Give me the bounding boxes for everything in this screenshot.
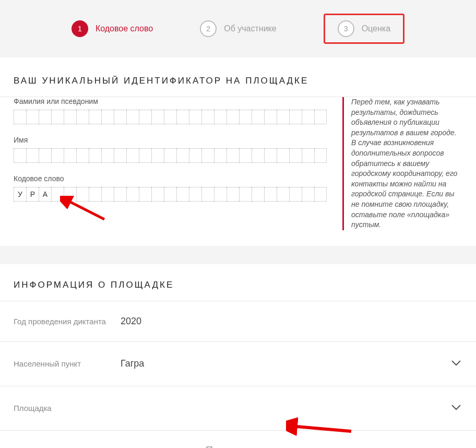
letter-cell[interactable]	[277, 187, 289, 202]
letter-cell[interactable]	[289, 148, 302, 163]
venue-section-title: ИНФОРМАЦИЯ О ПЛОЩАДКЕ	[0, 264, 476, 301]
letter-cell[interactable]	[214, 187, 227, 202]
letter-cell[interactable]	[39, 110, 51, 124]
letter-cell[interactable]	[302, 110, 314, 124]
row-city[interactable]: Населенный пункт Гагра	[0, 341, 476, 386]
letter-cell[interactable]	[302, 187, 314, 202]
letter-cell[interactable]	[264, 148, 277, 163]
step-1-label: Кодовое слово	[96, 24, 153, 33]
row-year: Год проведения диктанта 2020	[0, 301, 476, 341]
row-site[interactable]: Площадка	[0, 386, 476, 430]
step-2-circle: 2	[200, 20, 217, 37]
letter-cell[interactable]: А	[39, 187, 51, 202]
letter-cell[interactable]	[164, 187, 176, 202]
letter-cell[interactable]	[114, 187, 126, 202]
codeword-input[interactable]: УРА	[14, 187, 329, 202]
letter-cell[interactable]	[51, 110, 64, 124]
letter-cell[interactable]	[164, 110, 176, 124]
letter-cell[interactable]	[64, 148, 76, 163]
letter-cell[interactable]: У	[14, 187, 26, 202]
letter-cell[interactable]	[151, 187, 164, 202]
letter-cell[interactable]	[252, 148, 264, 163]
continue-button[interactable]: Продолжить	[206, 444, 270, 448]
letter-cell[interactable]	[277, 148, 289, 163]
letter-cell[interactable]	[189, 187, 201, 202]
letter-cell[interactable]	[139, 110, 151, 124]
letter-cell[interactable]	[114, 148, 126, 163]
letter-cell[interactable]	[139, 187, 151, 202]
letter-cell[interactable]	[76, 148, 89, 163]
letter-cell[interactable]	[252, 110, 264, 124]
letter-cell[interactable]	[214, 110, 227, 124]
letter-cell[interactable]	[89, 110, 101, 124]
gray-spacer	[0, 246, 476, 264]
letter-cell[interactable]	[227, 110, 239, 124]
letter-cell[interactable]	[176, 110, 189, 124]
field-surname: Фамилия или псевдоним	[14, 97, 329, 124]
letter-cell[interactable]	[314, 110, 327, 124]
name-input[interactable]	[14, 148, 329, 163]
step-3-circle: 3	[338, 20, 354, 37]
letter-cell[interactable]	[76, 187, 89, 202]
letter-cell[interactable]	[14, 110, 26, 124]
letter-cell[interactable]	[64, 187, 76, 202]
letter-cell[interactable]	[214, 148, 227, 163]
letter-cell[interactable]	[201, 148, 214, 163]
letter-cell[interactable]	[14, 148, 26, 163]
letter-cell[interactable]	[76, 110, 89, 124]
letter-cell[interactable]	[126, 148, 139, 163]
letter-cell[interactable]	[201, 110, 214, 124]
letter-cell[interactable]	[289, 187, 302, 202]
letter-cell[interactable]	[176, 148, 189, 163]
letter-cell[interactable]	[314, 187, 327, 202]
letter-cell[interactable]	[302, 148, 314, 163]
letter-cell[interactable]	[101, 187, 114, 202]
letter-cell[interactable]	[151, 110, 164, 124]
letter-cell[interactable]	[252, 187, 264, 202]
letter-cell[interactable]: Р	[26, 187, 39, 202]
letter-cell[interactable]	[314, 148, 327, 163]
chevron-down-icon	[447, 401, 462, 416]
letter-cell[interactable]	[264, 187, 277, 202]
step-3-label: Оценка	[362, 24, 390, 33]
step-1-codeword[interactable]: 1 Кодовое слово	[72, 20, 153, 37]
letter-cell[interactable]	[64, 110, 76, 124]
step-1-circle: 1	[72, 20, 88, 37]
codeword-label: Кодовое слово	[14, 174, 329, 183]
letter-cell[interactable]	[126, 110, 139, 124]
letter-cell[interactable]	[277, 110, 289, 124]
continue-row: Продолжить	[0, 430, 476, 448]
letter-cell[interactable]	[189, 148, 201, 163]
letter-cell[interactable]	[51, 187, 64, 202]
letter-cell[interactable]	[239, 148, 252, 163]
letter-cell[interactable]	[239, 187, 252, 202]
letter-cell[interactable]	[26, 110, 39, 124]
city-label: Населенный пункт	[14, 359, 121, 368]
letter-cell[interactable]	[139, 148, 151, 163]
name-label: Имя	[14, 136, 329, 144]
letter-cell[interactable]	[201, 187, 214, 202]
surname-input[interactable]	[14, 110, 329, 124]
letter-cell[interactable]	[39, 148, 51, 163]
step-2-participant[interactable]: 2 Об участнике	[200, 20, 276, 37]
letter-cell[interactable]	[239, 110, 252, 124]
letter-cell[interactable]	[176, 187, 189, 202]
letter-cell[interactable]	[26, 148, 39, 163]
letter-cell[interactable]	[101, 110, 114, 124]
letter-cell[interactable]	[227, 187, 239, 202]
letter-cell[interactable]	[126, 187, 139, 202]
letter-cell[interactable]	[151, 148, 164, 163]
letter-cell[interactable]	[89, 187, 101, 202]
letter-cell[interactable]	[164, 148, 176, 163]
letter-cell[interactable]	[114, 110, 126, 124]
letter-cell[interactable]	[264, 110, 277, 124]
chevron-down-icon	[447, 357, 462, 371]
letter-cell[interactable]	[89, 148, 101, 163]
letter-cell[interactable]	[101, 148, 114, 163]
field-codeword: Кодовое слово УРА	[14, 174, 329, 202]
letter-cell[interactable]	[189, 110, 201, 124]
letter-cell[interactable]	[227, 148, 239, 163]
letter-cell[interactable]	[51, 148, 64, 163]
step-3-grade[interactable]: 3 Оценка	[324, 14, 404, 44]
letter-cell[interactable]	[289, 110, 302, 124]
